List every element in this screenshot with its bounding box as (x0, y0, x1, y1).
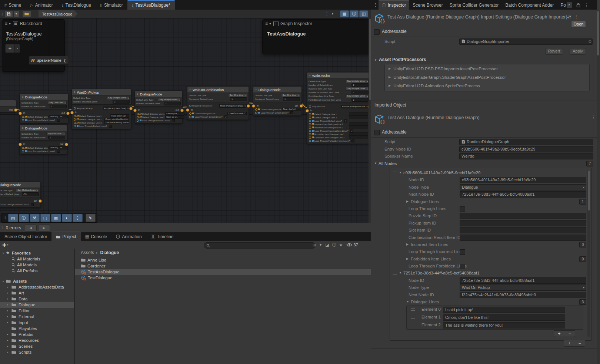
foldout-arrow-icon[interactable]: ▸ (7, 321, 9, 324)
revert-button[interactable]: Revert (545, 48, 563, 55)
input-port[interactable] (70, 111, 74, 114)
foldout-arrow-icon[interactable]: ▶ (406, 200, 409, 203)
toggle-minimap-button[interactable]: ◫ (359, 10, 368, 17)
script-field[interactable]: #DialogueGraphImporter⊙ (459, 38, 593, 45)
property-field[interactable]: 7251e73e-38d3-44ff-a8c5-bcf54088aaf1 (460, 277, 586, 284)
node-title-bar[interactable]: ≡DialogueNode (135, 91, 182, 97)
debug-tool-button[interactable]: ↯ (86, 214, 96, 222)
drag-handle-icon[interactable] (411, 324, 415, 326)
output-port[interactable] (65, 143, 68, 146)
output-port[interactable] (247, 104, 250, 108)
input-port[interactable] (252, 104, 255, 108)
param-input[interactable]: 1 (283, 97, 300, 101)
prop-text-field[interactable]: Cmon, don't be like this! (104, 118, 129, 121)
output-port[interactable] (66, 112, 70, 115)
graph-node-dialoguenode-4[interactable]: ≡DialogueNodeDefault Line TypeSay Multip… (134, 91, 183, 124)
foldout-arrow-icon[interactable]: ▸ (7, 297, 9, 300)
node-collapse-icon[interactable]: ≡ (255, 88, 257, 91)
postprocessor-row[interactable]: ▶UnityEditor.U2D.PSD.PSDImporterAssetPos… (385, 64, 589, 73)
postprocessor-row[interactable]: ▶UnityEditor.U2D.Animation.SpritePostPro… (385, 81, 589, 90)
doc-tab-scene[interactable]: #Scene (0, 0, 26, 10)
file-row-testassdialogue[interactable]: {}TestAssDialogue (75, 269, 371, 275)
object-port-icon[interactable] (309, 105, 311, 108)
inspector-scrollbar[interactable] (597, 10, 600, 364)
header-menu-icon[interactable]: ⋮ (574, 14, 579, 19)
search-by-type-icon[interactable]: ▼ (319, 243, 322, 247)
inspector-tab-inspector[interactable]: ⓘInspector (379, 0, 409, 10)
param-dropdown[interactable]: Say Multiple Lines (16, 189, 39, 192)
toggle-graph-inspector-button[interactable]: ⓘ (350, 10, 359, 17)
create-asset-caret-icon[interactable]: ▾ (7, 243, 9, 246)
pane-menu-icon[interactable]: ⋮ (584, 3, 589, 8)
count-badge[interactable]: 3 (579, 299, 586, 305)
foldout-arrow-icon[interactable]: ▸ (7, 291, 9, 294)
param-input[interactable]: 2 (351, 91, 369, 94)
tree-item-all-materials[interactable]: All Materials (0, 256, 74, 262)
prop-checkbox[interactable] (172, 119, 175, 122)
tree-folder-dialogue[interactable]: ▸Dialogue (0, 302, 74, 308)
doc-tab-testdialogue[interactable]: ζTestDialogue (57, 0, 96, 10)
layout-tool-button[interactable]: ▦ (51, 214, 61, 222)
doc-tab-simulator[interactable]: ▯Simulator (96, 0, 127, 10)
node-title-bar[interactable]: ≡DialogueNode (20, 125, 67, 131)
tab-console[interactable]: ▤Console (81, 232, 111, 241)
tree-folder-external[interactable]: ▸External (0, 314, 74, 320)
inspector-tab-batch-component-adder[interactable]: Batch Component Adder (502, 0, 557, 10)
prop-port-icon[interactable] (137, 113, 139, 115)
param-dropdown[interactable]: Say Multiple Lines (346, 87, 369, 91)
node-title-bar[interactable]: ≡WaitOnSlot (307, 73, 369, 79)
blackboard-field-speakername[interactable]: SpeakerName ❮ (29, 56, 69, 65)
open-button[interactable]: Open (571, 21, 586, 28)
node-collapse-icon[interactable]: ≡ (137, 92, 139, 96)
save-button[interactable] (4, 10, 13, 17)
element-field[interactable]: Cmon, don't be like this! (443, 314, 565, 321)
tree-folder-editor[interactable]: ▸Editor (0, 308, 74, 314)
foldout-arrow-icon[interactable]: ▼ (2, 280, 4, 283)
prop-port-icon[interactable] (309, 136, 311, 139)
graph-inspector-panel[interactable]: ≡ ▼ i Graph Inspector TestAssDialogue (262, 19, 369, 54)
foldout-arrow-icon[interactable]: ▼ (2, 252, 4, 255)
property-dropdown[interactable]: Dialogue (460, 184, 586, 191)
postprocessors-foldout[interactable]: ▼Asset PostProcessors (374, 57, 426, 62)
property-field[interactable]: #RuntimeDialogueGraph (459, 139, 593, 145)
blackboard-header[interactable]: ≡ ▼ ▦ Blackboard (2, 20, 64, 28)
tab-scene-object-locator[interactable]: Scene Object Locator (0, 232, 51, 241)
prop-text-field[interactable] (349, 116, 368, 119)
graph-vertical-scrollbar[interactable] (369, 18, 371, 223)
scrollbar-thumb[interactable] (588, 171, 590, 210)
doc-tab-testassdialogue[interactable]: ζTestAssDialogue* (127, 0, 175, 10)
object-port-icon[interactable] (189, 105, 191, 107)
apply-button[interactable]: Apply (570, 48, 586, 55)
param-input[interactable]: -55 (22, 192, 39, 196)
blackboard-panel[interactable]: ≡ ▼ ▦ Blackboard TestAssDialogue (Dialog… (2, 19, 65, 72)
foldout-arrow-icon[interactable]: ▸ (7, 351, 9, 354)
foldout-arrow-icon[interactable]: ▶ (389, 67, 391, 70)
prop-port-icon[interactable] (22, 147, 24, 149)
save-options-button[interactable]: ▾ (14, 10, 19, 17)
prop-port-icon[interactable] (22, 116, 24, 118)
prop-text-field[interactable]: Now, go on, (165, 115, 184, 119)
node-title-bar[interactable]: ≡StartNode (0, 100, 16, 107)
foldout-arrow-icon[interactable]: ▼ (399, 171, 402, 174)
save-search-icon[interactable]: ⊞ (313, 243, 316, 247)
more-tools-button[interactable]: ⋮ (73, 214, 83, 222)
drag-handle-icon[interactable] (393, 172, 397, 174)
prop-port-icon[interactable] (22, 150, 24, 152)
prop-text-field[interactable]: The ass is waiting there for (104, 121, 129, 124)
count-badge[interactable]: 1 (579, 199, 586, 205)
property-checkbox[interactable] (460, 249, 465, 255)
prop-checkbox[interactable] (57, 150, 60, 153)
hidden-object-count[interactable]: 37 (346, 243, 358, 247)
tab-project[interactable]: Project (51, 232, 80, 241)
tree-folder-scenes[interactable]: ▸Scenes (0, 343, 74, 349)
blackboard-add-button[interactable]: + (5, 44, 15, 53)
property-field[interactable]: c93b5606-401f-49a2-99b5-9ecbf1fa9c29 (459, 146, 593, 152)
count-badge[interactable]: 0 (579, 242, 586, 247)
search-info-icon[interactable]: ⓘ (332, 242, 336, 248)
foldout-arrow-icon[interactable]: ▼ (406, 300, 409, 303)
prop-checkbox[interactable] (31, 203, 34, 206)
tools-button[interactable]: ⚒ (30, 214, 40, 222)
prop-checkbox[interactable]: ✓ (224, 115, 227, 118)
collapse-icon[interactable]: ▼ (9, 23, 11, 25)
prop-port-icon[interactable] (189, 112, 191, 115)
